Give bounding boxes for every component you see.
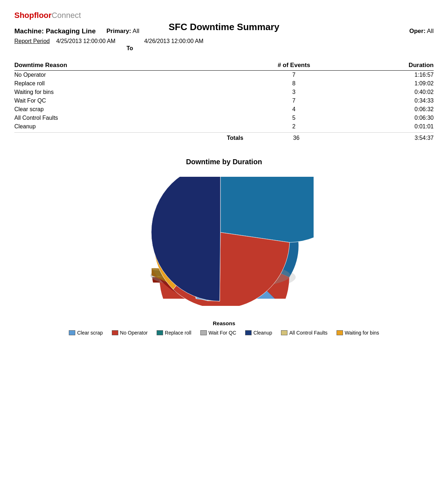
pie-chart-container <box>14 177 434 306</box>
legend-label: Wait For QC <box>209 330 236 336</box>
row-events: 8 <box>247 80 340 87</box>
row-duration: 0:01:01 <box>340 123 434 130</box>
row-events: 3 <box>247 89 340 95</box>
row-reason: All Control Faults <box>14 115 247 121</box>
row-events: 7 <box>247 72 340 78</box>
date-range: 4/25/2013 12:00:00 AM 4/26/2013 12:00:00… <box>56 38 204 52</box>
col-header-duration: Duration <box>340 62 434 69</box>
date-to-value: 4/26/2013 12:00:00 AM <box>144 38 203 44</box>
row-reason: Wait For QC <box>14 98 247 104</box>
row-reason: No Operator <box>14 72 247 78</box>
logo: ShopfloorConnect <box>14 11 434 20</box>
row-events: 4 <box>247 106 340 113</box>
legend-label: No Operator <box>120 330 148 336</box>
table-row: Wait For QC 7 0:34:33 <box>14 96 434 105</box>
legend-label: Cleanup <box>253 330 272 336</box>
table-header: Downtime Reason # of Events Duration <box>14 62 434 71</box>
legend-label: Clear scrap <box>77 330 103 336</box>
row-reason: Waiting for bins <box>14 89 247 95</box>
row-duration: 0:40:02 <box>340 89 434 95</box>
legend-item: Clear scrap <box>69 330 103 336</box>
row-events: 2 <box>247 123 340 130</box>
row-duration: 0:06:30 <box>340 115 434 121</box>
to-label: To <box>127 45 133 52</box>
col-header-reason: Downtime Reason <box>14 62 247 69</box>
table-totals-row: Totals 36 3:54:37 <box>14 132 434 143</box>
col-header-events: # of Events <box>247 62 340 69</box>
downtime-table: Downtime Reason # of Events Duration No … <box>14 62 434 143</box>
totals-events: 36 <box>251 135 342 141</box>
report-title: SFC Downtime Summary <box>14 22 434 33</box>
pie-chart-main <box>127 177 314 306</box>
legend-section: Reasons Clear scrap No Operator Replace … <box>14 320 434 336</box>
table-row: Waiting for bins 3 0:40:02 <box>14 88 434 96</box>
date-from: 4/25/2013 12:00:00 AM <box>56 38 115 44</box>
totals-duration: 3:54:37 <box>342 135 434 141</box>
row-duration: 0:34:33 <box>340 98 434 104</box>
legend-item: Replace roll <box>157 330 191 336</box>
row-duration: 1:09:02 <box>340 80 434 87</box>
row-duration: 1:16:57 <box>340 72 434 78</box>
legend-label: Replace roll <box>165 330 191 336</box>
row-reason: Cleanup <box>14 123 247 130</box>
chart-title: Downtime by Duration <box>14 158 434 166</box>
legend-item: Waiting for bins <box>337 330 379 336</box>
legend-color-box <box>69 330 75 335</box>
legend-color-box <box>281 330 287 335</box>
logo-connect: Connect <box>52 11 81 20</box>
table-row: Clear scrap 4 0:06:32 <box>14 105 434 114</box>
row-reason: Clear scrap <box>14 106 247 113</box>
report-period-label: Report Period <box>14 38 50 44</box>
table-row: Cleanup 2 0:01:01 <box>14 122 434 131</box>
legend-color-box <box>200 330 207 335</box>
row-events: 5 <box>247 115 340 121</box>
legend-label: Waiting for bins <box>345 330 379 336</box>
legend-item: No Operator <box>112 330 148 336</box>
legend-color-box <box>245 330 252 335</box>
table-row: Replace roll 8 1:09:02 <box>14 79 434 88</box>
legend-title: Reasons <box>14 320 434 326</box>
table-row: All Control Faults 5 0:06:30 <box>14 114 434 122</box>
report-period-row: Report Period 4/25/2013 12:00:00 AM 4/26… <box>14 38 434 52</box>
legend-item: All Control Faults <box>281 330 328 336</box>
row-events: 7 <box>247 98 340 104</box>
chart-section: Downtime by Duration <box>14 158 434 336</box>
legend-item: Wait For QC <box>200 330 236 336</box>
legend-color-box <box>337 330 343 335</box>
row-duration: 0:06:32 <box>340 106 434 113</box>
logo-shop: Shopfloor <box>14 11 52 20</box>
legend-item: Cleanup <box>245 330 272 336</box>
legend-color-box <box>157 330 163 335</box>
row-reason: Replace roll <box>14 80 247 87</box>
legend-color-box <box>112 330 118 335</box>
table-row: No Operator 7 1:16:57 <box>14 71 434 79</box>
legend-label: All Control Faults <box>289 330 328 336</box>
totals-label: Totals <box>14 135 251 141</box>
legend-items: Clear scrap No Operator Replace roll Wai… <box>14 330 434 336</box>
